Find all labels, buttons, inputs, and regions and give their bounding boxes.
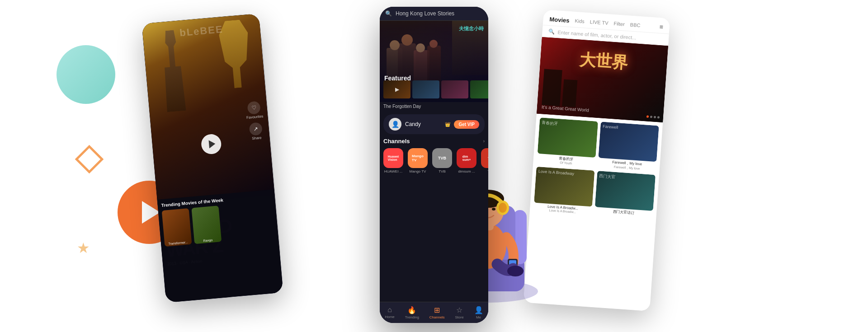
phone-left-inner: bLeBEE WORLD WAR Z 2013 · USA · Action ♡… xyxy=(142,14,283,303)
search-icon: 🔍 xyxy=(385,10,392,17)
nav-store[interactable]: ☆ Store xyxy=(455,306,464,319)
thumb-2[interactable] xyxy=(412,80,439,98)
grid-row-1: 青春的牙 青春的牙 Of Youth Farewell Farewell，My … xyxy=(537,117,659,172)
channels-row: HuaweiVision HUAWEI ... MangoTV Mango TV… xyxy=(383,148,485,173)
nav-channels[interactable]: ⊞ Channels xyxy=(429,306,445,319)
channels-header: Channels › xyxy=(383,138,485,145)
livetv-tab[interactable]: LIVE TV xyxy=(590,19,609,26)
store-icon: ☆ xyxy=(456,306,462,314)
progress-dot-4 xyxy=(657,116,660,118)
user-avatar: 👤 xyxy=(389,118,401,131)
heart-icon: ♡ xyxy=(247,101,261,114)
thumb-play-1 xyxy=(383,80,410,98)
featured-banner: 夫憶念小時 Featured xyxy=(380,21,488,102)
get-vip-button[interactable]: Get VIP xyxy=(454,120,479,129)
kids-tab[interactable]: Kids xyxy=(575,18,585,24)
thumb-1[interactable] xyxy=(383,80,410,98)
svg-point-17 xyxy=(499,203,507,213)
trending-section: Trending Movies of the Week Transformer.… xyxy=(157,189,283,303)
channel-huawei[interactable]: HuaweiVision HUAWEI ... xyxy=(383,148,403,173)
search-text: Hong Kong Love Stories xyxy=(396,10,454,17)
movie-thumb-label-2: Rango xyxy=(195,238,221,243)
movie-thumb-rango[interactable]: Rango xyxy=(191,206,222,244)
share-label: Share xyxy=(252,136,262,140)
star-decoration: ★ xyxy=(77,239,90,257)
crown-icon: 👑 xyxy=(445,122,450,127)
movie-actions: ♡ Favourites ↗ Share xyxy=(245,101,265,141)
right-hero-banner: 大世界 It's a Great Great World xyxy=(537,37,668,122)
user-name: Candy xyxy=(405,121,441,127)
dimsum-label: dimsum ... xyxy=(458,169,475,173)
dimsum-icon: dimsum+ xyxy=(457,148,476,168)
nav-home[interactable]: ⌂ Home xyxy=(385,306,394,319)
channels-icon: ⊞ xyxy=(434,306,440,314)
share-icon: ↗ xyxy=(249,122,263,136)
channels-section: Channels › HuaweiVision HUAWEI ... Mango… xyxy=(380,138,488,173)
svg-point-19 xyxy=(492,208,495,210)
nav-channels-label: Channels xyxy=(429,315,445,319)
progress-dot-2 xyxy=(650,116,652,118)
progress-dot-3 xyxy=(654,116,656,118)
movies-tab[interactable]: Movies xyxy=(549,15,570,23)
nav-store-label: Store xyxy=(455,315,464,319)
extra-channel-label: To... xyxy=(487,169,488,173)
svg-point-13 xyxy=(507,266,524,276)
channels-arrow-icon[interactable]: › xyxy=(483,139,485,144)
huawei-icon: HuaweiVision xyxy=(383,148,403,168)
profile-icon: 👤 xyxy=(474,306,483,314)
thumb-4[interactable] xyxy=(470,80,488,98)
huawei-label: HUAWEI ... xyxy=(384,169,403,173)
nav-home-label: Home xyxy=(385,315,394,319)
channel-extra[interactable]: To... To... xyxy=(481,148,488,173)
favourites-action[interactable]: ♡ Favourites xyxy=(245,101,264,120)
channel-mango[interactable]: MangoTV Mango TV xyxy=(408,148,428,173)
movie-card-farewell[interactable]: Farewell Farewell，My love Farewell，My lo… xyxy=(598,122,659,172)
chinese-text: 夫憶念小時 xyxy=(459,25,484,32)
phone-center: 🔍 Hong Kong Love Stories 夫憶念 xyxy=(380,7,488,323)
channel-dimsum[interactable]: dimsum+ dimsum ... xyxy=(457,148,476,173)
channels-title: Channels xyxy=(383,138,410,145)
movie-card-ximen[interactable]: 西门大官 西门大官话订 xyxy=(594,171,656,219)
grid-row-2: Love Is A Broadway Love Is A Broadw... L… xyxy=(533,167,656,219)
orange-diamond-decoration-left xyxy=(75,145,104,174)
extra-channel-icon: To... xyxy=(481,148,488,168)
share-action[interactable]: ↗ Share xyxy=(249,122,263,140)
nav-trending[interactable]: 🔥 Trending xyxy=(405,306,419,319)
nav-me[interactable]: 👤 Me xyxy=(474,306,483,319)
home-icon: ⌂ xyxy=(387,306,392,314)
hamburger-icon[interactable]: ≡ xyxy=(659,23,663,31)
mango-label: Mango TV xyxy=(410,169,426,173)
featured-subtitle: The Forgotten Day xyxy=(380,102,488,111)
bbc-tab[interactable]: BBC xyxy=(630,22,640,28)
tvb-icon: TVB xyxy=(432,148,452,168)
thumbnail-row xyxy=(380,80,488,98)
favourites-label: Favourites xyxy=(246,114,264,120)
movie-thumb-label-1: Transformer... xyxy=(165,240,191,246)
bottom-nav: ⌂ Home 🔥 Trending ⊞ Channels ☆ Store 👤 M… xyxy=(380,302,488,323)
movie-thumb-transformers[interactable]: Transformer... xyxy=(162,208,192,247)
phone-left: bLeBEE WORLD WAR Z 2013 · USA · Action ♡… xyxy=(142,14,283,303)
tvb-label: TVB xyxy=(439,169,446,173)
farewell-thumbnail: Farewell xyxy=(598,122,659,162)
user-strip: 👤 Candy 👑 Get VIP xyxy=(383,114,485,134)
search-bar[interactable]: 🔍 Hong Kong Love Stories xyxy=(380,7,488,21)
teal-circle-decoration xyxy=(57,45,115,104)
trending-movies-list: Transformer... Rango xyxy=(162,201,275,247)
filter-tab[interactable]: Filter xyxy=(613,21,625,27)
nav-me-label: Me xyxy=(476,315,481,319)
progress-dot-1 xyxy=(646,115,649,117)
channel-tvb[interactable]: TVB TVB xyxy=(432,148,452,173)
nav-trending-label: Trending xyxy=(405,315,419,319)
mango-icon: MangoTV xyxy=(408,148,428,168)
phone-center-inner: 🔍 Hong Kong Love Stories 夫憶念 xyxy=(380,7,488,323)
thumb-3[interactable] xyxy=(441,80,468,98)
trending-icon: 🔥 xyxy=(407,306,416,314)
ximen-thumbnail: 西门大官 xyxy=(595,171,656,211)
right-search-icon: 🔍 xyxy=(548,28,555,35)
